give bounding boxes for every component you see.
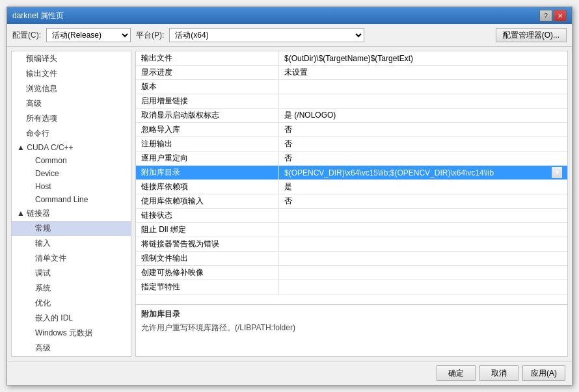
sidebar-item-input[interactable]: 输入	[12, 236, 131, 251]
sidebar-item-debug[interactable]: 调试	[12, 266, 131, 281]
prop-value-5: 否	[279, 123, 567, 137]
sidebar-item-optimize[interactable]: 优化	[12, 296, 131, 311]
help-button[interactable]: ?	[539, 10, 552, 21]
prop-value-4: 是 (/NOLOGO)	[279, 109, 567, 122]
sidebar: 预编译头 输出文件 浏览信息 高级 所有选项 命令行 ▲ CUDA C/C++ …	[11, 51, 131, 357]
prop-name-0: 输出文件	[136, 51, 279, 65]
description-title: 附加库目录	[141, 309, 562, 320]
prop-name-7: 逐用户重定向	[136, 151, 279, 165]
prop-row-version[interactable]: 版本	[136, 80, 567, 94]
prop-name-16: 指定节特性	[136, 280, 279, 294]
prop-row-display-progress[interactable]: 显示进度 未设置	[136, 66, 567, 80]
footer: 确定 取消 应用(A)	[7, 361, 572, 385]
prop-name-9: 链接库依赖项	[136, 180, 279, 194]
sidebar-item-all-options[interactable]: 所有选项	[12, 111, 131, 126]
property-panel: 输出文件 $(OutDir)\$(TargetName)$(TargetExt)…	[135, 51, 568, 357]
prop-value-2	[279, 80, 567, 94]
platform-select[interactable]: 活动(x64)	[169, 28, 364, 42]
prop-value-7: 否	[279, 151, 567, 165]
sidebar-item-advanced2[interactable]: 高级	[12, 341, 131, 356]
sidebar-group-cuda[interactable]: ▲ CUDA C/C++	[12, 141, 131, 154]
platform-label: 平台(P):	[136, 30, 164, 41]
prop-name-1: 显示进度	[136, 66, 279, 79]
sidebar-item-browse-info[interactable]: 浏览信息	[12, 81, 131, 96]
prop-row-link-lib-deps[interactable]: 链接库依赖项 是	[136, 180, 567, 194]
sidebar-item-host[interactable]: Host	[12, 180, 131, 193]
properties-dialog: darknet 属性页 ? ✕ 配置(C): 活动(Release) 平台(P)…	[7, 7, 572, 385]
apply-button[interactable]: 应用(A)	[522, 365, 565, 381]
sidebar-item-output-file[interactable]: 输出文件	[12, 66, 131, 81]
prop-name-14: 强制文件输出	[136, 252, 279, 265]
property-table: 输出文件 $(OutDir)\$(TargetName)$(TargetExt)…	[136, 51, 567, 304]
prop-name-5: 忽略导入库	[136, 123, 279, 137]
prop-name-12: 阻止 Dll 绑定	[136, 223, 279, 237]
config-select[interactable]: 活动(Release)	[46, 28, 131, 42]
additional-lib-dropdown[interactable]: ▼	[552, 167, 562, 178]
prop-row-prevent-dll[interactable]: 阻止 Dll 绑定	[136, 223, 567, 237]
prop-row-additional-lib-dirs[interactable]: 附加库目录 $(OPENCV_DIR)\x64\vc15\lib;$(OPENC…	[136, 166, 567, 180]
sidebar-item-device[interactable]: Device	[12, 167, 131, 180]
sidebar-item-advanced[interactable]: 高级	[12, 96, 131, 111]
prop-row-output-file[interactable]: 输出文件 $(OutDir)\$(TargetName)$(TargetExt)	[136, 51, 567, 66]
main-content: 预编译头 输出文件 浏览信息 高级 所有选项 命令行 ▲ CUDA C/C++ …	[7, 47, 572, 361]
sidebar-item-command-line[interactable]: 命令行	[12, 126, 131, 141]
manage-config-button[interactable]: 配置管理器(O)...	[496, 28, 567, 42]
prop-name-11: 链接状态	[136, 209, 279, 222]
prop-name-2: 版本	[136, 80, 279, 94]
prop-name-6: 注册输出	[136, 137, 279, 151]
toolbar: 配置(C): 活动(Release) 平台(P): 活动(x64) 配置管理器(…	[7, 24, 572, 47]
prop-row-hot-patch[interactable]: 创建可热修补映像	[136, 266, 567, 280]
sidebar-item-common[interactable]: Common	[12, 154, 131, 167]
prop-row-incremental[interactable]: 启用增量链接	[136, 94, 567, 109]
prop-value-13	[279, 237, 567, 251]
title-bar-buttons: ? ✕	[539, 10, 567, 21]
prop-value-14	[279, 252, 567, 265]
dialog-title: darknet 属性页	[12, 10, 64, 21]
sidebar-item-system[interactable]: 系统	[12, 281, 131, 296]
cancel-button[interactable]: 取消	[479, 365, 518, 381]
sidebar-item-precompile[interactable]: 预编译头	[12, 51, 131, 66]
prop-row-use-lib-input[interactable]: 使用库依赖项输入 否	[136, 194, 567, 209]
prop-value-15	[279, 266, 567, 280]
prop-name-13: 将链接器警告视为错误	[136, 237, 279, 251]
prop-value-1: 未设置	[279, 66, 567, 79]
prop-row-suppress-banner[interactable]: 取消显示启动版权标志 是 (/NOLOGO)	[136, 109, 567, 123]
config-label: 配置(C):	[12, 30, 41, 41]
prop-value-0: $(OutDir)\$(TargetName)$(TargetExt)	[279, 51, 567, 65]
prop-value-8: $(OPENCV_DIR)\x64\vc15\lib;$(OPENCV_DIR)…	[279, 166, 567, 179]
description-panel: 附加库目录 允许用户重写环境库路径。(/LIBPATH:folder)	[136, 304, 567, 356]
sidebar-item-manifest[interactable]: 清单文件	[12, 251, 131, 266]
description-text: 允许用户重写环境库路径。(/LIBPATH:folder)	[141, 322, 562, 333]
prop-value-11	[279, 209, 567, 222]
prop-row-register-output[interactable]: 注册输出 否	[136, 137, 567, 151]
prop-name-15: 创建可热修补映像	[136, 266, 279, 280]
sidebar-item-windows-meta[interactable]: Windows 元数据	[12, 326, 131, 341]
close-button[interactable]: ✕	[554, 10, 567, 21]
prop-value-10: 否	[279, 194, 567, 208]
prop-value-9: 是	[279, 180, 567, 194]
prop-name-4: 取消显示启动版权标志	[136, 109, 279, 122]
sidebar-group-linker[interactable]: ▲ 链接器	[12, 206, 131, 221]
ok-button[interactable]: 确定	[437, 365, 476, 381]
prop-value-3	[279, 94, 567, 108]
prop-name-10: 使用库依赖项输入	[136, 194, 279, 208]
prop-name-3: 启用增量链接	[136, 94, 279, 108]
sidebar-item-cmdline[interactable]: Command Line	[12, 193, 131, 206]
sidebar-item-common2[interactable]: 常规	[12, 221, 131, 236]
prop-row-linker-warnings[interactable]: 将链接器警告视为错误	[136, 237, 567, 252]
prop-row-section-chars[interactable]: 指定节特性	[136, 280, 567, 294]
prop-value-12	[279, 223, 567, 237]
sidebar-item-embedded-idl[interactable]: 嵌入的 IDL	[12, 311, 131, 326]
prop-value-16	[279, 280, 567, 294]
title-bar: darknet 属性页 ? ✕	[7, 7, 572, 24]
prop-row-per-user-redirect[interactable]: 逐用户重定向 否	[136, 151, 567, 166]
prop-row-link-status[interactable]: 链接状态	[136, 209, 567, 223]
prop-value-6: 否	[279, 137, 567, 151]
prop-name-8: 附加库目录	[136, 166, 279, 179]
prop-row-ignore-import[interactable]: 忽略导入库 否	[136, 123, 567, 137]
prop-row-force-output[interactable]: 强制文件输出	[136, 252, 567, 266]
sidebar-item-all-options2[interactable]: 所有选项	[12, 356, 131, 357]
